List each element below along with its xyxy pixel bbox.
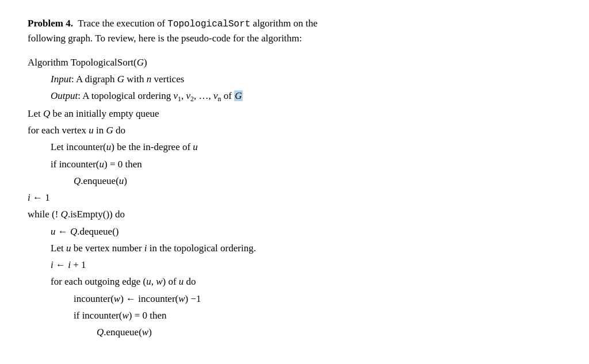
dequeue-line: u ← Q.dequeue(): [28, 223, 561, 240]
algorithm-name: TopologicalSort: [167, 19, 250, 29]
algorithm-title-line: Algorithm TopologicalSort(G): [28, 54, 561, 71]
input-label: Input: [51, 74, 71, 85]
output-label: Output: [51, 90, 78, 101]
if-incounter-line: if incounter(u) = 0 then: [28, 156, 561, 173]
while-line: while (! Q.isEmpty()) do: [28, 206, 561, 223]
i-assign-line: i ← 1: [28, 189, 561, 206]
if-incounter-w-line: if incounter(w) = 0 then: [28, 307, 561, 324]
problem-number: Problem 4.: [28, 18, 73, 29]
enqueue-w-line: Q.enqueue(w): [28, 324, 561, 340]
i-increment-line: i ← i + 1: [28, 256, 561, 273]
problem-description-line2: following graph. To review, here is the …: [28, 31, 561, 46]
algorithm-block: Algorithm TopologicalSort(G) Input: A di…: [28, 54, 561, 341]
for-each-line: for each vertex u in G do: [28, 122, 561, 139]
vertex-number-line: Let u be vertex number i in the topologi…: [28, 240, 561, 256]
page-container: Problem 4. Trace the execution of Topolo…: [0, 0, 589, 364]
problem-header: Problem 4. Trace the execution of Topolo…: [28, 16, 561, 46]
incounter-w-line: incounter(w) ← incounter(w) −1: [28, 290, 561, 307]
problem-description-line1: Problem 4. Trace the execution of Topolo…: [28, 16, 561, 31]
incounter-line: Let incounter(u) be the in-degree of u: [28, 139, 561, 155]
enqueue-u-line: Q.enqueue(u): [28, 173, 561, 189]
let-q-line: Let Q be an initially empty queue: [28, 105, 561, 122]
output-line: Output: A topological ordering v1, v2, ……: [28, 87, 561, 105]
input-line: Input: A digraph G with n vertices: [28, 71, 561, 87]
for-edge-line: for each outgoing edge (u, w) of u do: [28, 273, 561, 290]
highlighted-g: G: [234, 90, 242, 101]
